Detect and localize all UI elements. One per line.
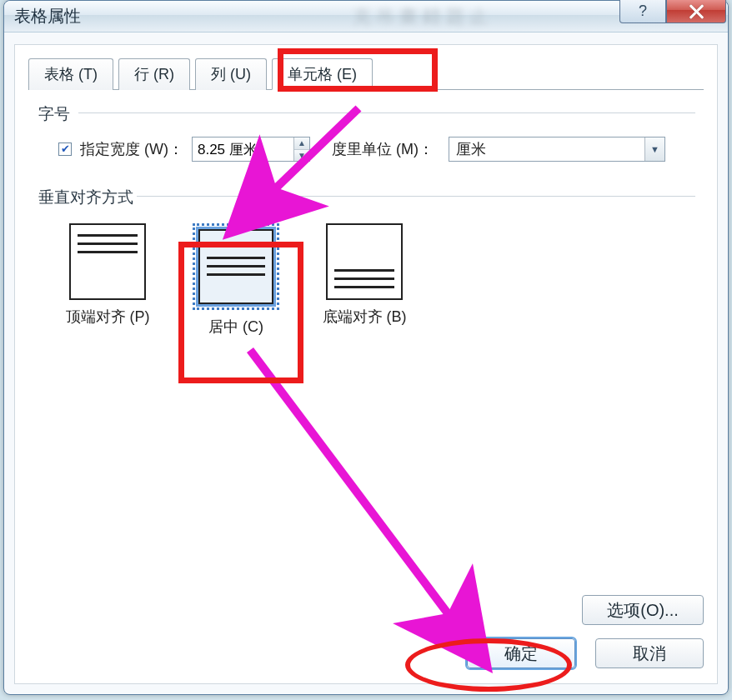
measure-unit-value: 厘米 <box>449 139 644 159</box>
title-bar[interactable]: 表格属性 克吊畫錯題止 ? <box>4 1 728 32</box>
divider <box>78 112 695 113</box>
tab-row[interactable]: 行 (R) <box>118 58 190 90</box>
align-top-icon <box>69 223 146 300</box>
dropdown-icon[interactable]: ▼ <box>644 138 664 161</box>
align-top-label: 顶端对齐 (P) <box>53 307 162 327</box>
options-button[interactable]: 选项(O)... <box>582 595 704 625</box>
tab-strip: 表格 (T) 行 (R) 列 (U) 单元格 (E) <box>28 58 704 90</box>
tab-cell[interactable]: 单元格 (E) <box>272 58 373 90</box>
tab-column[interactable]: 列 (U) <box>195 58 267 90</box>
valign-legend: 垂直对齐方式 <box>38 187 695 208</box>
divider <box>137 196 695 197</box>
measure-unit-dropdown[interactable]: 厘米 ▼ <box>449 137 665 162</box>
align-bottom-label: 底端对齐 (B) <box>310 307 419 327</box>
ghost-text: 克吊畫錯題止 <box>353 4 569 29</box>
spin-up-icon[interactable]: ▲ <box>294 138 309 149</box>
align-center-label: 居中 (C) <box>182 317 290 337</box>
close-icon <box>688 3 704 20</box>
align-option-center[interactable]: 居中 (C) <box>182 223 290 337</box>
help-button[interactable]: ? <box>619 0 666 23</box>
valign-section: 垂直对齐方式 顶端对齐 (P) <box>37 187 695 337</box>
align-center-selection <box>193 223 279 310</box>
align-bottom-icon <box>326 223 403 300</box>
ok-button[interactable]: 确定 <box>467 638 575 668</box>
align-option-bottom[interactable]: 底端对齐 (B) <box>310 223 419 337</box>
align-option-top[interactable]: 顶端对齐 (P) <box>53 223 162 337</box>
preferred-width-label: 指定宽度 (W)： <box>80 139 183 159</box>
measure-unit-label: 度里单位 (M)： <box>332 139 434 159</box>
window-frame: 表格属性 克吊畫錯題止 ? 表格 (T) 行 (R) 列 (U) 单元格 (E)… <box>3 0 729 695</box>
spin-down-icon[interactable]: ▼ <box>294 149 309 162</box>
client-area: 表格 (T) 行 (R) 列 (U) 单元格 (E) 字号 指定宽度 (W)： … <box>14 44 718 684</box>
close-button[interactable] <box>666 0 726 23</box>
preferred-width-checkbox[interactable] <box>58 142 72 156</box>
width-spinner[interactable]: ▲ ▼ <box>192 137 310 162</box>
tab-table[interactable]: 表格 (T) <box>28 58 113 90</box>
dialog-button-row: 确定 取消 <box>467 638 704 668</box>
cancel-button[interactable]: 取消 <box>595 638 704 668</box>
size-legend: 字号 <box>38 103 695 125</box>
window-title: 表格属性 <box>14 5 81 28</box>
options-button-wrap: 选项(O)... <box>582 595 704 625</box>
align-center-icon <box>198 229 273 304</box>
width-input[interactable] <box>193 138 293 161</box>
size-section: 字号 指定宽度 (W)： ▲ ▼ 度里单位 (M)： 厘米 ▼ <box>37 103 695 162</box>
